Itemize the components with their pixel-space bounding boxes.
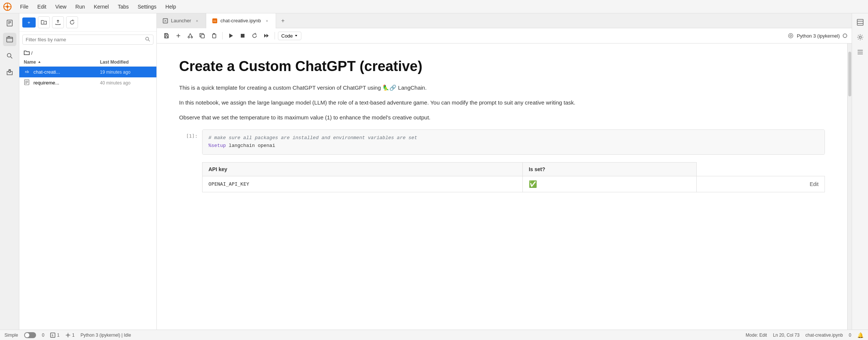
status-dollar: $ 1 (50, 333, 59, 338)
menu-view[interactable]: View (52, 2, 70, 11)
svg-line-30 (190, 33, 192, 36)
svg-rect-2 (7, 20, 12, 26)
table-row: OPENAI_API_KEY ✅ Edit (203, 176, 825, 192)
svg-rect-23 (165, 36, 168, 38)
search-icon (145, 36, 150, 43)
fast-forward-button[interactable] (261, 31, 272, 41)
tab-launcher-close[interactable]: × (194, 18, 200, 24)
tab-launcher[interactable]: Launcher × (157, 13, 206, 28)
activity-files[interactable] (3, 16, 16, 30)
is-set-cell: ✅ (522, 176, 696, 192)
upload-button[interactable] (52, 16, 64, 28)
svg-marker-33 (229, 33, 233, 38)
save-button[interactable] (161, 31, 172, 41)
cell-content[interactable]: # make sure all packages are installed a… (202, 129, 825, 155)
edit-cell[interactable]: Edit (696, 176, 825, 192)
activity-bar (0, 13, 19, 330)
status-gear: 1 (65, 333, 75, 338)
breadcrumb-path: / (31, 50, 33, 56)
add-cell-button[interactable] (173, 31, 184, 41)
right-icon-property[interactable] (854, 46, 866, 58)
svg-marker-35 (264, 34, 266, 38)
tab-notebook-close[interactable]: × (264, 18, 270, 24)
bell-icon[interactable]: 🔔 (857, 332, 864, 338)
cell-label: [1]: (179, 129, 198, 139)
cut-button[interactable] (185, 31, 195, 41)
right-icon-settings[interactable] (854, 31, 866, 43)
scrollbar-thumb[interactable] (848, 52, 851, 96)
restart-button[interactable] (249, 31, 260, 41)
svg-text:nb: nb (213, 20, 216, 23)
svg-point-37 (788, 33, 793, 38)
list-item[interactable]: requireme... 40 minutes ago (19, 77, 156, 88)
notebook-para-1: This is a quick template for creating a … (179, 83, 825, 92)
cell-type-label: Code (281, 33, 293, 39)
activity-search[interactable] (3, 49, 16, 62)
svg-text:nb: nb (25, 70, 29, 74)
file-list-header: Name Last Modified (19, 58, 156, 67)
menu-kernel[interactable]: Kernel (90, 2, 112, 11)
menu-file[interactable]: File (16, 2, 32, 11)
toolbar-separator-1 (222, 32, 223, 39)
right-icon-notebook[interactable] (854, 16, 866, 28)
output-table: API key Is set? OPENAI_API_KEY ✅ (202, 162, 825, 192)
menu-tabs[interactable]: Tabs (114, 2, 133, 11)
file-list: nb chat-creati... 19 minutes ago require… (19, 67, 156, 330)
notebook-scroll-area: Create a Custom ChatGPT (creative) This … (157, 44, 852, 330)
code-magic: %setup (208, 143, 226, 148)
plus-icon: + (27, 20, 30, 25)
code-block: # make sure all packages are installed a… (203, 130, 825, 154)
new-launcher-button[interactable]: + (22, 17, 36, 28)
table-header-key: API key (203, 162, 523, 176)
file-toolbar: + (19, 13, 156, 32)
app-logo (3, 2, 12, 11)
notebook-scroll-content: Create a Custom ChatGPT (creative) This … (157, 44, 847, 330)
file-name-2: requireme... (33, 80, 100, 86)
cell-type-selector[interactable]: Code (278, 32, 301, 40)
svg-point-1 (6, 6, 9, 8)
kernel-status-dot (843, 33, 847, 38)
svg-point-27 (188, 36, 190, 38)
text-file-icon (24, 79, 31, 86)
menu-settings[interactable]: Settings (134, 2, 161, 11)
list-item[interactable]: nb chat-creati... 19 minutes ago (19, 67, 156, 77)
refresh-button[interactable] (66, 16, 78, 28)
notebook-title: Create a Custom ChatGPT (creative) (179, 58, 825, 74)
status-count1: 0 (42, 333, 45, 338)
svg-point-12 (146, 37, 149, 40)
column-name[interactable]: Name (24, 60, 100, 65)
svg-marker-36 (266, 34, 269, 38)
tab-notebook[interactable]: nb chat-creative.ipynb × (206, 13, 276, 28)
paste-button[interactable] (209, 31, 219, 41)
file-modified-1: 19 minutes ago (100, 70, 152, 75)
copy-button[interactable] (197, 31, 207, 41)
svg-point-47 (67, 334, 69, 336)
menu-edit[interactable]: Edit (34, 2, 50, 11)
toolbar-separator-2 (275, 32, 275, 39)
kernel-info: Python 3 (ipykernel) (788, 33, 847, 39)
notebook-para-2: In this notebook, we assign the large la… (179, 98, 825, 107)
svg-rect-6 (7, 37, 13, 42)
menu-help[interactable]: Help (162, 2, 180, 11)
stop-button[interactable] (237, 31, 248, 41)
kernel-idle-status: Python 3 (ipykernel) | Idle (81, 333, 131, 338)
svg-rect-32 (213, 34, 216, 38)
notebook-scrollbar[interactable] (847, 44, 852, 330)
file-modified-2: 40 minutes ago (100, 80, 152, 86)
code-line: %setup langchain openai (208, 142, 819, 150)
run-cell-button[interactable] (226, 31, 236, 41)
file-panel: + (19, 13, 157, 330)
svg-point-41 (859, 36, 861, 38)
edit-mode-status: Mode: Edit (746, 333, 767, 338)
tab-notebook-label: chat-creative.ipynb (220, 18, 261, 23)
right-sidebar (852, 13, 868, 330)
activity-extensions[interactable] (3, 65, 16, 79)
activity-explorer[interactable] (3, 33, 16, 46)
add-tab-button[interactable]: + (276, 13, 289, 28)
search-input[interactable] (26, 37, 145, 42)
simple-toggle[interactable] (24, 332, 36, 338)
new-folder-button[interactable] (38, 16, 50, 28)
notebook-toolbar: Code Python 3 (ipykernel) (157, 28, 852, 44)
file-name-1: chat-creati... (33, 69, 100, 75)
menu-run[interactable]: Run (72, 2, 89, 11)
